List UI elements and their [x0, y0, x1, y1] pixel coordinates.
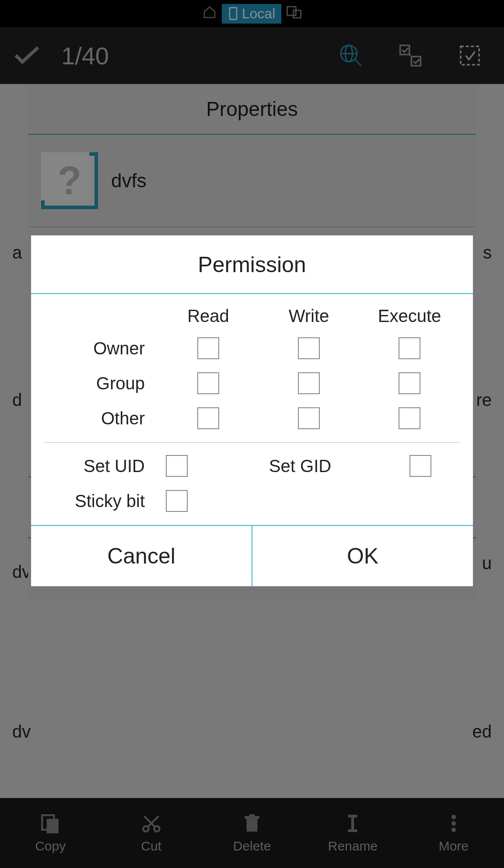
permission-title: Permission — [31, 235, 473, 294]
group-read-checkbox[interactable] — [197, 372, 219, 394]
group-execute-checkbox[interactable] — [399, 372, 420, 394]
group-write-checkbox[interactable] — [298, 372, 320, 394]
perm-col-write: Write — [259, 306, 359, 326]
other-execute-checkbox[interactable] — [399, 407, 420, 429]
set-uid-label: Set UID — [44, 456, 158, 476]
other-write-checkbox[interactable] — [298, 407, 320, 429]
set-gid-checkbox[interactable] — [410, 455, 431, 477]
sticky-bit-checkbox[interactable] — [166, 490, 188, 512]
permission-cancel-button[interactable]: Cancel — [31, 526, 252, 586]
sticky-bit-label: Sticky bit — [44, 491, 158, 511]
perm-col-read: Read — [158, 306, 259, 326]
perm-row-other: Other — [44, 409, 158, 428]
owner-read-checkbox[interactable] — [197, 337, 219, 359]
owner-write-checkbox[interactable] — [298, 337, 320, 359]
owner-execute-checkbox[interactable] — [399, 337, 420, 359]
set-uid-checkbox[interactable] — [166, 455, 188, 477]
other-read-checkbox[interactable] — [197, 407, 219, 429]
permission-dialog: Permission Read Write Execute Owner Grou… — [31, 235, 473, 586]
perm-row-group: Group — [44, 374, 158, 393]
set-gid-label: Set GID — [219, 456, 381, 476]
perm-col-execute: Execute — [359, 306, 460, 326]
permission-ok-button[interactable]: OK — [252, 526, 473, 586]
perm-row-owner: Owner — [44, 339, 158, 358]
